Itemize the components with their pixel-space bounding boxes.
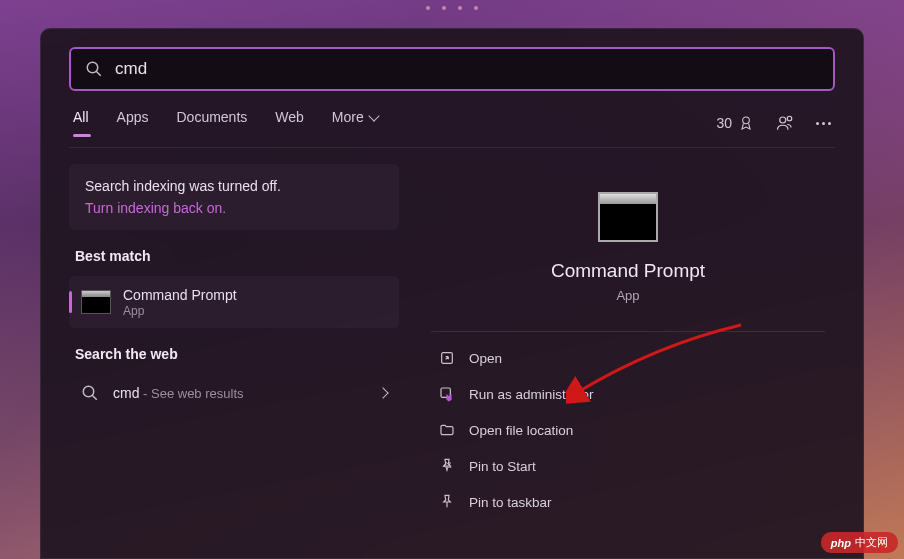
cmd-app-icon — [81, 290, 111, 314]
web-result-cmd[interactable]: cmd - See web results — [69, 374, 399, 412]
filter-tabs: All Apps Documents Web More — [73, 109, 378, 137]
action-pin-to-taskbar[interactable]: Pin to taskbar — [431, 484, 825, 520]
svg-point-0 — [87, 62, 98, 73]
more-options-button[interactable] — [816, 122, 831, 125]
start-search-window: All Apps Documents Web More 30 Search in… — [40, 28, 864, 559]
svg-line-1 — [96, 71, 101, 76]
chevron-down-icon — [368, 110, 379, 121]
desktop-indicator — [426, 6, 478, 10]
person-icon — [776, 114, 794, 132]
svg-point-5 — [83, 386, 94, 397]
svg-point-2 — [743, 117, 750, 124]
account-button[interactable] — [776, 114, 794, 132]
turn-indexing-on-link[interactable]: Turn indexing back on. — [85, 200, 383, 216]
svg-line-6 — [92, 395, 97, 400]
watermark-badge: php php 中文网 中文网 — [821, 532, 898, 553]
tab-all[interactable]: All — [73, 109, 89, 137]
web-term: cmd — [113, 385, 139, 401]
pin-taskbar-icon — [439, 494, 455, 510]
action-open[interactable]: Open — [431, 340, 825, 376]
open-icon — [439, 350, 455, 366]
filter-row: All Apps Documents Web More 30 — [69, 109, 835, 148]
indexing-notice: Search indexing was turned off. Turn ind… — [69, 164, 399, 230]
action-label: Pin to taskbar — [469, 495, 552, 510]
tab-web[interactable]: Web — [275, 109, 304, 137]
folder-icon — [439, 422, 455, 438]
action-label: Pin to Start — [469, 459, 536, 474]
rewards-button[interactable]: 30 — [716, 115, 754, 131]
admin-icon — [439, 386, 455, 402]
tab-apps[interactable]: Apps — [117, 109, 149, 137]
search-icon — [85, 60, 103, 78]
result-preview: Command Prompt App — [421, 164, 835, 303]
action-pin-to-start[interactable]: Pin to Start — [431, 448, 825, 484]
result-title: Command Prompt — [123, 286, 387, 304]
search-icon — [81, 384, 99, 402]
action-label: Open file location — [469, 423, 573, 438]
best-match-label: Best match — [75, 248, 399, 264]
rewards-icon — [738, 115, 754, 131]
result-command-prompt[interactable]: Command Prompt App — [69, 276, 399, 328]
rewards-count: 30 — [716, 115, 732, 131]
search-box[interactable] — [69, 47, 835, 91]
ellipsis-icon — [816, 122, 831, 125]
preview-app-icon — [598, 192, 658, 242]
chevron-right-icon — [377, 388, 388, 399]
pin-start-icon — [439, 458, 455, 474]
preview-title: Command Prompt — [441, 260, 815, 282]
divider — [431, 331, 825, 332]
action-list: Open Run as administrator Open file loca… — [421, 340, 835, 520]
svg-point-4 — [787, 116, 792, 121]
action-open-file-location[interactable]: Open file location — [431, 412, 825, 448]
action-label: Open — [469, 351, 502, 366]
notice-title: Search indexing was turned off. — [85, 178, 383, 194]
result-subtitle: App — [123, 304, 387, 318]
preview-subtitle: App — [441, 288, 815, 303]
action-label: Run as administrator — [469, 387, 594, 402]
web-suffix: - See web results — [139, 386, 243, 401]
search-web-label: Search the web — [75, 346, 399, 362]
action-run-as-administrator[interactable]: Run as administrator — [431, 376, 825, 412]
search-input[interactable] — [115, 59, 819, 79]
svg-point-3 — [780, 117, 786, 123]
tab-more[interactable]: More — [332, 109, 378, 137]
tab-documents[interactable]: Documents — [176, 109, 247, 137]
